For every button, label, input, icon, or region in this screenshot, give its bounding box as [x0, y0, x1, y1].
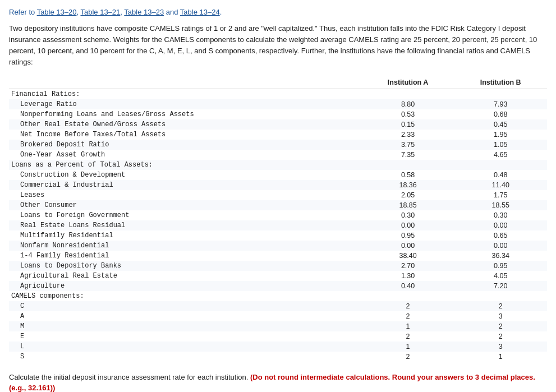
row-value-a: 2 — [362, 301, 454, 311]
row-value-a: 0.00 — [362, 220, 454, 230]
row-value-a: 7.35 — [362, 150, 454, 160]
table-row: C22 — [9, 301, 547, 311]
row-value-a: 0.40 — [362, 281, 454, 291]
table-row: Real Estate Loans Residual0.000.00 — [9, 220, 547, 230]
table-row: Brokered Deposit Ratio3.751.05 — [9, 140, 547, 150]
row-label: Construction & Development — [9, 170, 362, 180]
col-header-institution-a: Institution A — [362, 77, 454, 89]
top-links: Refer to Table 13–20, Table 13–21, Table… — [9, 8, 547, 16]
table-row: Agriculture0.407.20 — [9, 281, 547, 291]
link-table-13-24[interactable]: Table 13–24 — [180, 8, 220, 16]
row-label: Loans to Depository Banks — [9, 261, 362, 271]
row-label: 1-4 Family Residential — [9, 251, 362, 261]
row-value-b: 7.93 — [454, 99, 547, 109]
row-value-b: 0.45 — [454, 119, 547, 130]
table-row: Other Consumer18.8518.55 — [9, 200, 547, 210]
row-value-a: 2 — [362, 331, 454, 342]
table-row: E22 — [9, 331, 547, 342]
table-row: Financial Ratios: — [9, 89, 547, 99]
row-value-a: 8.80 — [362, 99, 454, 109]
row-value-a: 1.30 — [362, 271, 454, 281]
row-label: M — [9, 321, 362, 331]
table-row: CAMELS components: — [9, 291, 547, 301]
link-table-13-20[interactable]: Table 13–20 — [37, 8, 77, 16]
row-label: A — [9, 311, 362, 321]
row-value-b: 1 — [454, 352, 547, 362]
row-label: Financial Ratios: — [9, 89, 362, 99]
row-value-b — [454, 160, 547, 170]
row-label: Loans to Foreign Government — [9, 210, 362, 220]
row-value-a: 2 — [362, 352, 454, 362]
table-row: L13 — [9, 342, 547, 352]
row-value-b: 18.55 — [454, 200, 547, 210]
instructions-paragraph: Calculate the initial deposit insurance … — [9, 372, 547, 392]
table-row: Nonperforming Loans and Leases/Gross Ass… — [9, 109, 547, 119]
row-label: Leverage Ratio — [9, 99, 362, 109]
row-value-a: 2.70 — [362, 261, 454, 271]
row-value-b: 4.65 — [454, 150, 547, 160]
row-label: Multifamily Residential — [9, 230, 362, 241]
row-value-b: 1.95 — [454, 130, 547, 140]
table-row: 1-4 Family Residential38.4036.34 — [9, 251, 547, 261]
row-value-a: 18.85 — [362, 200, 454, 210]
row-label: Other Consumer — [9, 200, 362, 210]
row-label: Nonfarm Nonresidential — [9, 241, 362, 251]
row-value-b: 2 — [454, 321, 547, 331]
row-value-a — [362, 89, 454, 99]
row-value-b: 11.40 — [454, 180, 547, 190]
table-row: Nonfarm Nonresidential0.000.00 — [9, 241, 547, 251]
row-label: C — [9, 301, 362, 311]
row-value-b: 0.00 — [454, 220, 547, 230]
row-label: Agriculture — [9, 281, 362, 291]
table-row: Commercial & Industrial18.3611.40 — [9, 180, 547, 190]
table-row: M12 — [9, 321, 547, 331]
row-label: Brokered Deposit Ratio — [9, 140, 362, 150]
row-value-b: 0.30 — [454, 210, 547, 220]
row-value-a: 0.00 — [362, 241, 454, 251]
row-value-b: 1.75 — [454, 190, 547, 200]
table-row: Loans to Depository Banks2.700.95 — [9, 261, 547, 271]
row-value-b — [454, 89, 547, 99]
table-row: Leases2.051.75 — [9, 190, 547, 200]
row-value-b: 0.65 — [454, 230, 547, 241]
table-row: Net Income Before Taxes/Total Assets2.33… — [9, 130, 547, 140]
row-value-b: 36.34 — [454, 251, 547, 261]
table-row: Loans as a Percent of Total Assets: — [9, 160, 547, 170]
row-label: CAMELS components: — [9, 291, 362, 301]
table-row: Leverage Ratio8.807.93 — [9, 99, 547, 109]
row-value-b: 2 — [454, 301, 547, 311]
row-value-a — [362, 160, 454, 170]
row-value-b: 0.48 — [454, 170, 547, 180]
table-row: One-Year Asset Growth7.354.65 — [9, 150, 547, 160]
row-label: L — [9, 342, 362, 352]
row-value-b: 1.05 — [454, 140, 547, 150]
row-value-b: 0.68 — [454, 109, 547, 119]
row-label: Real Estate Loans Residual — [9, 220, 362, 230]
row-value-b: 3 — [454, 342, 547, 352]
row-label: Agricultural Real Estate — [9, 271, 362, 281]
row-value-a: 0.53 — [362, 109, 454, 119]
row-value-a: 3.75 — [362, 140, 454, 150]
row-value-b: 4.05 — [454, 271, 547, 281]
table-row: A23 — [9, 311, 547, 321]
row-value-b: 0.00 — [454, 241, 547, 251]
row-label: Other Real Estate Owned/Gross Assets — [9, 119, 362, 130]
link-table-13-23[interactable]: Table 13–23 — [124, 8, 164, 16]
row-value-a: 0.58 — [362, 170, 454, 180]
row-value-a: 18.36 — [362, 180, 454, 190]
table-row: Multifamily Residential0.950.65 — [9, 230, 547, 241]
col-header-institution-b: Institution B — [454, 77, 547, 89]
row-value-b — [454, 291, 547, 301]
instructions-normal: Calculate the initial deposit insurance … — [9, 373, 248, 381]
link-table-13-21[interactable]: Table 13–21 — [80, 8, 120, 16]
table-row: Loans to Foreign Government0.300.30 — [9, 210, 547, 220]
row-label: Leases — [9, 190, 362, 200]
row-label: S — [9, 352, 362, 362]
row-label: Nonperforming Loans and Leases/Gross Ass… — [9, 109, 362, 119]
row-label: E — [9, 331, 362, 342]
row-value-a — [362, 291, 454, 301]
table-row: Agricultural Real Estate1.304.05 — [9, 271, 547, 281]
row-value-a: 38.40 — [362, 251, 454, 261]
row-value-b: 0.95 — [454, 261, 547, 271]
row-value-b: 7.20 — [454, 281, 547, 291]
